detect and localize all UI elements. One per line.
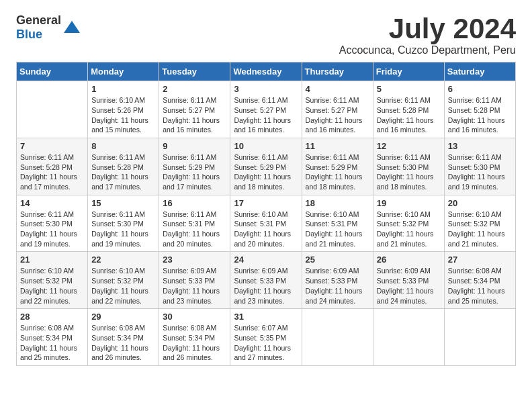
calendar-cell: 26Sunrise: 6:09 AM Sunset: 5:33 PM Dayli… <box>373 252 444 309</box>
day-number: 9 <box>163 141 226 151</box>
day-number: 30 <box>163 312 226 322</box>
day-number: 14 <box>20 198 84 208</box>
day-info: Sunrise: 6:09 AM Sunset: 5:33 PM Dayligh… <box>377 266 441 306</box>
calendar-cell: 6Sunrise: 6:11 AM Sunset: 5:28 PM Daylig… <box>444 81 515 138</box>
day-number: 24 <box>234 255 298 265</box>
calendar-cell <box>302 309 373 366</box>
logo-icon <box>62 18 81 37</box>
day-info: Sunrise: 6:10 AM Sunset: 5:32 PM Dayligh… <box>377 210 441 249</box>
calendar-cell <box>17 81 88 138</box>
logo-text: General Blue <box>16 13 61 42</box>
calendar-cell: 13Sunrise: 6:11 AM Sunset: 5:30 PM Dayli… <box>444 138 515 195</box>
calendar-week-row: 7Sunrise: 6:11 AM Sunset: 5:28 PM Daylig… <box>17 138 516 195</box>
day-number: 25 <box>306 255 369 265</box>
calendar-cell: 18Sunrise: 6:10 AM Sunset: 5:31 PM Dayli… <box>302 195 373 252</box>
logo-blue: Blue <box>16 28 42 41</box>
day-number: 13 <box>448 141 512 151</box>
day-info: Sunrise: 6:11 AM Sunset: 5:28 PM Dayligh… <box>448 95 512 135</box>
calendar-day-header: Friday <box>373 62 444 81</box>
day-info: Sunrise: 6:11 AM Sunset: 5:31 PM Dayligh… <box>163 210 226 249</box>
day-info: Sunrise: 6:10 AM Sunset: 5:32 PM Dayligh… <box>91 266 155 306</box>
day-info: Sunrise: 6:11 AM Sunset: 5:29 PM Dayligh… <box>234 152 298 192</box>
day-info: Sunrise: 6:11 AM Sunset: 5:28 PM Dayligh… <box>20 152 84 192</box>
calendar-cell: 2Sunrise: 6:11 AM Sunset: 5:27 PM Daylig… <box>159 81 230 138</box>
calendar-cell: 25Sunrise: 6:09 AM Sunset: 5:33 PM Dayli… <box>302 252 373 309</box>
day-number: 19 <box>377 198 441 208</box>
calendar-day-header: Wednesday <box>230 62 302 81</box>
day-info: Sunrise: 6:11 AM Sunset: 5:27 PM Dayligh… <box>306 95 369 135</box>
calendar-cell <box>373 309 444 366</box>
calendar-cell: 19Sunrise: 6:10 AM Sunset: 5:32 PM Dayli… <box>373 195 444 252</box>
calendar-cell: 29Sunrise: 6:08 AM Sunset: 5:34 PM Dayli… <box>88 309 159 366</box>
calendar-cell: 16Sunrise: 6:11 AM Sunset: 5:31 PM Dayli… <box>159 195 230 252</box>
calendar-cell: 17Sunrise: 6:10 AM Sunset: 5:31 PM Dayli… <box>230 195 302 252</box>
day-info: Sunrise: 6:11 AM Sunset: 5:27 PM Dayligh… <box>234 95 298 135</box>
day-info: Sunrise: 6:07 AM Sunset: 5:35 PM Dayligh… <box>234 323 298 363</box>
day-info: Sunrise: 6:08 AM Sunset: 5:34 PM Dayligh… <box>163 323 226 363</box>
day-number: 22 <box>91 255 155 265</box>
calendar-cell: 30Sunrise: 6:08 AM Sunset: 5:34 PM Dayli… <box>159 309 230 366</box>
calendar-cell: 20Sunrise: 6:10 AM Sunset: 5:32 PM Dayli… <box>444 195 515 252</box>
day-info: Sunrise: 6:09 AM Sunset: 5:33 PM Dayligh… <box>234 266 298 306</box>
day-info: Sunrise: 6:08 AM Sunset: 5:34 PM Dayligh… <box>20 323 84 363</box>
day-info: Sunrise: 6:11 AM Sunset: 5:27 PM Dayligh… <box>163 95 226 135</box>
day-info: Sunrise: 6:08 AM Sunset: 5:34 PM Dayligh… <box>91 323 155 363</box>
calendar-table: SundayMondayTuesdayWednesdayThursdayFrid… <box>16 62 516 366</box>
logo-general: General <box>16 13 61 27</box>
calendar-cell: 3Sunrise: 6:11 AM Sunset: 5:27 PM Daylig… <box>230 81 302 138</box>
day-number: 11 <box>306 141 369 151</box>
day-info: Sunrise: 6:10 AM Sunset: 5:26 PM Dayligh… <box>91 95 155 135</box>
day-number: 28 <box>20 312 84 322</box>
day-info: Sunrise: 6:11 AM Sunset: 5:29 PM Dayligh… <box>163 152 226 192</box>
calendar-cell: 24Sunrise: 6:09 AM Sunset: 5:33 PM Dayli… <box>230 252 302 309</box>
day-number: 27 <box>448 255 512 265</box>
calendar-header-row: SundayMondayTuesdayWednesdayThursdayFrid… <box>17 62 516 81</box>
calendar-cell: 8Sunrise: 6:11 AM Sunset: 5:28 PM Daylig… <box>88 138 159 195</box>
day-info: Sunrise: 6:11 AM Sunset: 5:28 PM Dayligh… <box>91 152 155 192</box>
day-number: 16 <box>163 198 226 208</box>
calendar-cell: 1Sunrise: 6:10 AM Sunset: 5:26 PM Daylig… <box>88 81 159 138</box>
calendar-cell: 5Sunrise: 6:11 AM Sunset: 5:28 PM Daylig… <box>373 81 444 138</box>
calendar-cell: 14Sunrise: 6:11 AM Sunset: 5:30 PM Dayli… <box>17 195 88 252</box>
calendar-week-row: 1Sunrise: 6:10 AM Sunset: 5:26 PM Daylig… <box>17 81 516 138</box>
page-header: General Blue July 2024 Accocunca, Cuzco … <box>16 13 516 56</box>
day-info: Sunrise: 6:10 AM Sunset: 5:31 PM Dayligh… <box>234 210 298 249</box>
day-number: 4 <box>306 84 369 94</box>
calendar-cell: 23Sunrise: 6:09 AM Sunset: 5:33 PM Dayli… <box>159 252 230 309</box>
day-info: Sunrise: 6:11 AM Sunset: 5:30 PM Dayligh… <box>448 152 512 192</box>
calendar-cell: 21Sunrise: 6:10 AM Sunset: 5:32 PM Dayli… <box>17 252 88 309</box>
location-title: Accocunca, Cuzco Department, Peru <box>339 44 516 56</box>
calendar-cell: 12Sunrise: 6:11 AM Sunset: 5:30 PM Dayli… <box>373 138 444 195</box>
calendar-day-header: Saturday <box>444 62 515 81</box>
day-number: 21 <box>20 255 84 265</box>
day-number: 23 <box>163 255 226 265</box>
svg-marker-0 <box>64 21 80 33</box>
day-number: 26 <box>377 255 441 265</box>
calendar-week-row: 21Sunrise: 6:10 AM Sunset: 5:32 PM Dayli… <box>17 252 516 309</box>
day-number: 17 <box>234 198 298 208</box>
day-info: Sunrise: 6:11 AM Sunset: 5:28 PM Dayligh… <box>377 95 441 135</box>
calendar-cell: 7Sunrise: 6:11 AM Sunset: 5:28 PM Daylig… <box>17 138 88 195</box>
day-number: 7 <box>20 141 84 151</box>
day-number: 15 <box>91 198 155 208</box>
day-number: 8 <box>91 141 155 151</box>
day-info: Sunrise: 6:09 AM Sunset: 5:33 PM Dayligh… <box>306 266 369 306</box>
day-info: Sunrise: 6:09 AM Sunset: 5:33 PM Dayligh… <box>163 266 226 306</box>
day-info: Sunrise: 6:10 AM Sunset: 5:32 PM Dayligh… <box>448 210 512 249</box>
calendar-cell <box>444 309 515 366</box>
calendar-cell: 31Sunrise: 6:07 AM Sunset: 5:35 PM Dayli… <box>230 309 302 366</box>
day-number: 2 <box>163 84 226 94</box>
month-title: July 2024 <box>339 13 516 44</box>
day-info: Sunrise: 6:11 AM Sunset: 5:30 PM Dayligh… <box>91 210 155 249</box>
calendar-day-header: Tuesday <box>159 62 230 81</box>
title-block: July 2024 Accocunca, Cuzco Department, P… <box>339 13 516 56</box>
calendar-cell: 28Sunrise: 6:08 AM Sunset: 5:34 PM Dayli… <box>17 309 88 366</box>
calendar-week-row: 14Sunrise: 6:11 AM Sunset: 5:30 PM Dayli… <box>17 195 516 252</box>
calendar-week-row: 28Sunrise: 6:08 AM Sunset: 5:34 PM Dayli… <box>17 309 516 366</box>
calendar-day-header: Thursday <box>302 62 373 81</box>
calendar-cell: 22Sunrise: 6:10 AM Sunset: 5:32 PM Dayli… <box>88 252 159 309</box>
day-info: Sunrise: 6:11 AM Sunset: 5:30 PM Dayligh… <box>20 210 84 249</box>
day-info: Sunrise: 6:10 AM Sunset: 5:31 PM Dayligh… <box>306 210 369 249</box>
day-number: 10 <box>234 141 298 151</box>
day-number: 3 <box>234 84 298 94</box>
